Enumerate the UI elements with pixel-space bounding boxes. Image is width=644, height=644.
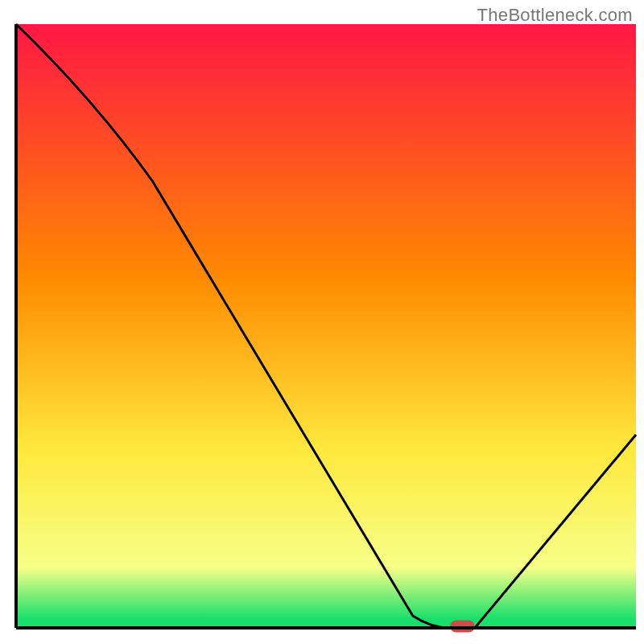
gradient-background [16,24,636,628]
bottleneck-chart [0,0,644,644]
chart-stage: TheBottleneck.com [0,0,644,644]
